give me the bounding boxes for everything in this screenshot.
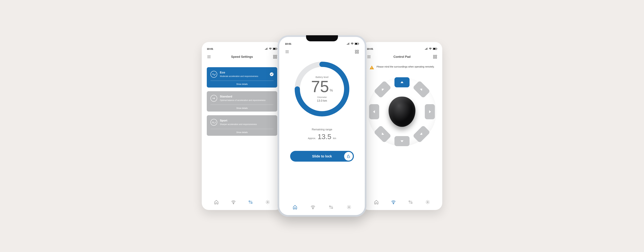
dpad-down-left[interactable]	[374, 125, 392, 143]
svg-rect-29	[435, 55, 437, 57]
tab-bar	[367, 196, 437, 206]
dpad-down-right[interactable]	[412, 125, 430, 143]
show-details-button[interactable]: Show details	[210, 81, 274, 87]
status-bar: 10:01	[367, 47, 437, 51]
tab-settings[interactable]	[424, 199, 431, 206]
svg-rect-28	[433, 55, 435, 56]
dpad-left[interactable]	[369, 104, 379, 119]
top-nav: Control Pad	[367, 54, 437, 59]
tab-bar	[285, 201, 359, 211]
svg-point-8	[249, 201, 250, 202]
page-title: Control Pad	[371, 55, 433, 59]
mode-desc: Moderate acceleration and responsiveness	[220, 75, 267, 78]
status-icons	[347, 43, 359, 45]
device-notch	[306, 35, 338, 41]
svg-point-9	[251, 202, 252, 203]
speed-modes-list: Eco Moderate acceleration and responsive…	[207, 67, 277, 136]
dpad-up-right[interactable]	[412, 80, 430, 98]
dpad-up[interactable]	[394, 77, 410, 87]
signal-icon	[425, 48, 428, 50]
standard-icon	[210, 95, 217, 102]
tab-settings[interactable]	[264, 199, 271, 206]
status-bar: 10:01	[207, 47, 277, 51]
apps-icon[interactable]	[273, 55, 277, 59]
home-screen: 10:01	[279, 37, 365, 215]
tab-speed[interactable]	[328, 204, 334, 211]
speed-mode-eco[interactable]: Eco Moderate acceleration and responsive…	[207, 67, 277, 87]
speed-mode-sport[interactable]: Sport Sharper acceleration and responsiv…	[207, 115, 277, 136]
lock-thumb[interactable]	[344, 152, 353, 161]
status-time: 10:01	[207, 47, 213, 50]
svg-rect-3	[273, 55, 275, 56]
svg-rect-15	[357, 50, 359, 52]
menu-icon[interactable]	[285, 50, 289, 54]
top-nav: Speed Settings	[207, 54, 277, 59]
mode-name: Eco	[220, 71, 267, 74]
tab-home[interactable]	[213, 199, 220, 206]
dpad-down[interactable]	[394, 136, 410, 146]
signal-icon	[265, 48, 268, 50]
svg-rect-32	[372, 67, 372, 68]
range-value: 13.5	[318, 133, 332, 141]
svg-rect-27	[437, 48, 437, 49]
battery-icon	[433, 48, 437, 50]
svg-rect-33	[372, 69, 372, 69]
control-pad-screen: 10:01 Control Pad	[362, 42, 442, 210]
svg-point-10	[267, 202, 268, 203]
svg-point-23	[332, 207, 333, 208]
svg-rect-30	[433, 57, 435, 58]
apps-icon[interactable]	[433, 55, 437, 59]
show-details-button[interactable]: Show details	[210, 105, 274, 111]
range-prefix: Approx.	[308, 137, 316, 140]
tab-wifi[interactable]	[310, 204, 316, 211]
svg-rect-5	[273, 57, 275, 58]
svg-rect-4	[275, 55, 277, 57]
unlock-icon	[346, 154, 350, 158]
svg-rect-16	[355, 52, 356, 53]
tab-speed[interactable]	[247, 199, 254, 206]
svg-rect-20	[347, 156, 350, 158]
warning-text: Please mind the surroundings when operat…	[376, 65, 434, 69]
mode-name: Standard	[220, 95, 274, 98]
svg-rect-14	[355, 50, 356, 51]
page-title: Speed Settings	[211, 55, 273, 59]
range-label: Remaining range	[285, 128, 359, 131]
svg-point-24	[348, 207, 350, 208]
battery-icon	[273, 48, 277, 50]
battery-value: 75	[311, 78, 329, 95]
speed-settings-screen: 10:01 Speed Settings	[202, 42, 282, 210]
battery-gauge: Battery level 75 % Odometer 13.0 km	[285, 60, 359, 117]
tab-settings[interactable]	[346, 204, 352, 211]
svg-point-34	[393, 203, 394, 204]
svg-point-7	[233, 203, 234, 204]
sport-icon	[210, 119, 217, 126]
menu-icon[interactable]	[207, 55, 211, 59]
dpad-up-left[interactable]	[374, 80, 392, 98]
wifi-icon	[269, 48, 272, 50]
svg-rect-17	[357, 52, 358, 53]
tab-bar	[207, 196, 277, 206]
dpad-right[interactable]	[425, 104, 435, 119]
svg-point-37	[427, 202, 428, 203]
show-details-button[interactable]: Show details	[210, 129, 274, 136]
odometer-value: 13.0 km	[317, 99, 327, 102]
mode-name: Sport	[220, 119, 274, 122]
speed-mode-standard[interactable]: Standard Optimal balance of acceleration…	[207, 91, 277, 111]
tab-wifi[interactable]	[230, 199, 237, 206]
remaining-range: Remaining range Approx. 13.5 km	[285, 128, 359, 141]
svg-point-35	[409, 201, 410, 202]
wifi-icon	[351, 43, 354, 45]
svg-point-21	[313, 208, 313, 209]
svg-rect-2	[277, 48, 277, 49]
tab-home[interactable]	[373, 199, 380, 206]
tab-home[interactable]	[292, 204, 298, 211]
device-render	[388, 97, 416, 127]
menu-icon[interactable]	[367, 55, 371, 59]
tab-wifi[interactable]	[390, 199, 397, 206]
odometer-label: Odometer	[317, 96, 327, 98]
slide-to-lock[interactable]: Slide to lock	[290, 151, 354, 162]
svg-rect-1	[273, 48, 276, 50]
warning-icon	[370, 65, 374, 70]
tab-speed[interactable]	[407, 199, 414, 206]
apps-icon[interactable]	[355, 50, 359, 54]
